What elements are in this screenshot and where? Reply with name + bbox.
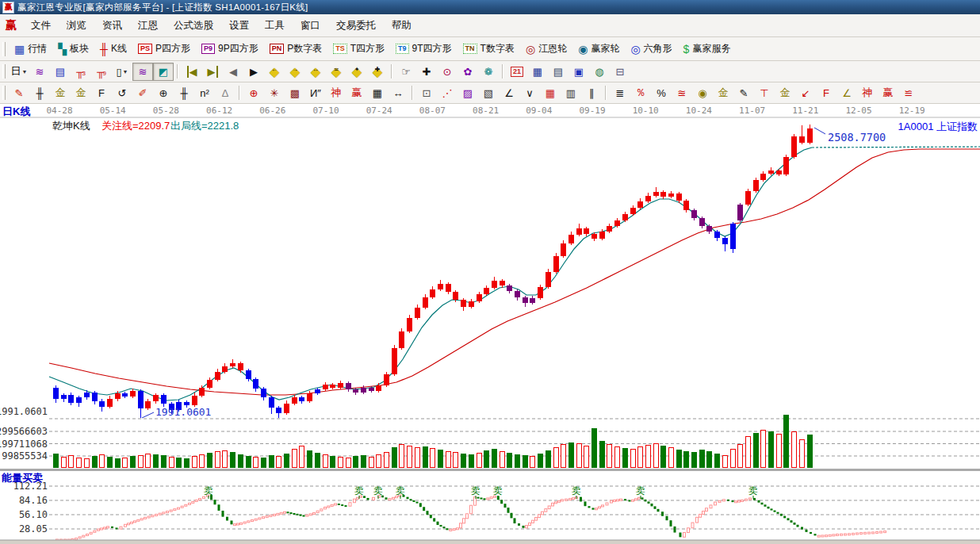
- shen-red-button[interactable]: 神: [857, 84, 878, 102]
- percent-lines-button[interactable]: ≊: [672, 84, 692, 102]
- main-chart[interactable]: 04-2805-1405-2806-1206-2607-1007-2408-07…: [0, 104, 980, 544]
- bars3-button[interactable]: ╥3: [71, 63, 91, 81]
- toolbar-grip[interactable]: [2, 42, 6, 56]
- shift-left-button[interactable]: ◆←: [264, 63, 285, 81]
- save-button[interactable]: ▣: [568, 63, 589, 81]
- circle-ruler-button[interactable]: ⊕: [153, 84, 174, 102]
- gold-ruler-button[interactable]: 金: [50, 84, 71, 102]
- zigzag-boxed-button[interactable]: ≋: [132, 63, 153, 81]
- crosshair-tool-button[interactable]: ✚: [416, 63, 437, 81]
- info-panel-button[interactable]: ▤: [50, 63, 71, 81]
- hexagon-button[interactable]: ◎六角形: [625, 40, 677, 58]
- t-square-button[interactable]: TST四方形: [327, 40, 390, 58]
- fan-box-button[interactable]: ▨: [457, 84, 478, 102]
- menu-item-0[interactable]: 文件: [23, 16, 59, 36]
- span-arrow-button[interactable]: ↔: [388, 84, 408, 102]
- next-button[interactable]: ▶: [243, 63, 264, 81]
- winner-wheel-button[interactable]: ◉赢家轮: [572, 40, 625, 58]
- star-grid-button[interactable]: ✳: [264, 84, 285, 102]
- menu-item-4[interactable]: 公式选股: [166, 16, 221, 36]
- compress-button[interactable]: ◆≍: [326, 63, 346, 81]
- level-line-button[interactable]: ⊤: [754, 84, 775, 102]
- percent-button[interactable]: %: [651, 84, 672, 102]
- panel-separator[interactable]: [0, 469, 980, 471]
- ruler-tool-button[interactable]: ╫: [29, 84, 50, 102]
- p9-square-button[interactable]: P99P四方形: [196, 40, 264, 58]
- last-page-button[interactable]: ▶: [202, 63, 223, 81]
- bars9-button[interactable]: ╥9: [91, 63, 112, 81]
- wave4-button[interactable]: ≌: [898, 84, 919, 102]
- t9-square-button[interactable]: T99T四方形: [390, 40, 457, 58]
- star-button[interactable]: ◆✦: [346, 63, 367, 81]
- menu-item-9[interactable]: 帮助: [384, 16, 419, 36]
- grid2-button[interactable]: ▥: [561, 84, 581, 102]
- t-number-button[interactable]: TNT数字表: [457, 40, 520, 58]
- hash-tool-button[interactable]: ╫: [174, 84, 194, 102]
- wave-mark-button[interactable]: И″: [305, 84, 326, 102]
- menu-item-2[interactable]: 资讯: [94, 16, 130, 36]
- calendar-button[interactable]: 21: [507, 63, 527, 81]
- ying-ruler-button[interactable]: 赢: [346, 84, 367, 102]
- v-line-button[interactable]: ∨: [519, 84, 540, 102]
- menu-item-8[interactable]: 交易委托: [328, 16, 384, 36]
- toolbar-grip[interactable]: [2, 86, 6, 100]
- cross-button[interactable]: ◆✚: [367, 63, 388, 81]
- ray-button[interactable]: ↙: [795, 84, 816, 102]
- web-button[interactable]: ◍: [589, 63, 610, 81]
- candle-style-button[interactable]: ▯▼: [112, 63, 132, 81]
- first-page-button[interactable]: ◀: [182, 63, 202, 81]
- menu-item-5[interactable]: 设置: [221, 16, 257, 36]
- angle-a-tool-button[interactable]: ∆: [215, 84, 235, 102]
- p-number-button[interactable]: PNP数字表: [264, 40, 328, 58]
- expand-button[interactable]: ◆↔: [305, 63, 326, 81]
- gold-three-button[interactable]: 金: [775, 84, 795, 102]
- red-grid-button[interactable]: ▦: [540, 84, 561, 102]
- gold-ruler2-button[interactable]: 金: [71, 84, 91, 102]
- print-button[interactable]: ⊟: [610, 63, 630, 81]
- candle-brush-button[interactable]: ✎: [733, 84, 754, 102]
- kline-button[interactable]: ╫K线: [94, 40, 132, 58]
- box-grid-button[interactable]: ▩: [285, 84, 305, 102]
- sectors-button[interactable]: ▚板块: [52, 40, 94, 58]
- gold-circle-button[interactable]: ◉: [692, 84, 713, 102]
- parallel-button[interactable]: ∥: [581, 84, 602, 102]
- pen-tool-button[interactable]: ✐: [132, 84, 153, 102]
- hand-tool-button[interactable]: ☞: [396, 63, 416, 81]
- zoom-tool-button[interactable]: ⊙: [437, 63, 457, 81]
- brush-tool-button[interactable]: ✎: [9, 84, 29, 102]
- service-button[interactable]: $赢家服务: [678, 40, 737, 58]
- gold-angle-button[interactable]: ∠: [836, 84, 857, 102]
- period-day-button[interactable]: 日▼: [9, 63, 29, 81]
- smart-tool-button[interactable]: ❁: [478, 63, 499, 81]
- grid123-button[interactable]: ▦: [367, 84, 388, 102]
- calculator-button[interactable]: ▦: [527, 63, 548, 81]
- f-red-button[interactable]: F: [816, 84, 836, 102]
- titlebar[interactable]: 赢 赢家江恩专业版[赢家内部服务平台] - [上证指数 SH1A0001-167…: [0, 0, 980, 14]
- ying-red-button[interactable]: 赢: [878, 84, 898, 102]
- p-square-button[interactable]: PSP四方形: [132, 40, 196, 58]
- zigzag-tool-button[interactable]: ≋: [29, 63, 50, 81]
- spiral-tool-button[interactable]: ↺: [112, 84, 132, 102]
- notes-button[interactable]: ▤: [548, 63, 568, 81]
- menu-item-6[interactable]: 工具: [257, 16, 293, 36]
- menu-item-7[interactable]: 窗口: [293, 16, 328, 36]
- gold-lines-button[interactable]: 金: [713, 84, 733, 102]
- color-chart-button[interactable]: ◩: [153, 63, 174, 81]
- gann-fan-button[interactable]: ⋰: [437, 84, 457, 102]
- shift-right-button[interactable]: ◆→: [285, 63, 305, 81]
- percent-red-button[interactable]: ％: [630, 84, 651, 102]
- n2-tool-button[interactable]: n²: [194, 84, 215, 102]
- quotes-button[interactable]: ▦行情: [9, 40, 52, 58]
- fan-box2-button[interactable]: ▧: [478, 84, 499, 102]
- menu-item-3[interactable]: 江恩: [130, 16, 166, 36]
- menu-item-1[interactable]: 浏览: [59, 16, 94, 36]
- angle-line-button[interactable]: ∠: [499, 84, 519, 102]
- circle-cross-button[interactable]: ⊕: [243, 84, 264, 102]
- box-tool-button[interactable]: ⊡: [416, 84, 437, 102]
- prev-button[interactable]: ◀: [223, 63, 243, 81]
- toolbar-grip[interactable]: [2, 64, 6, 79]
- gann-tool-button[interactable]: ✿: [457, 63, 478, 81]
- measure-button[interactable]: ≣: [610, 84, 630, 102]
- shen-ruler-button[interactable]: 神: [326, 84, 346, 102]
- f-ruler-button[interactable]: F: [91, 84, 112, 102]
